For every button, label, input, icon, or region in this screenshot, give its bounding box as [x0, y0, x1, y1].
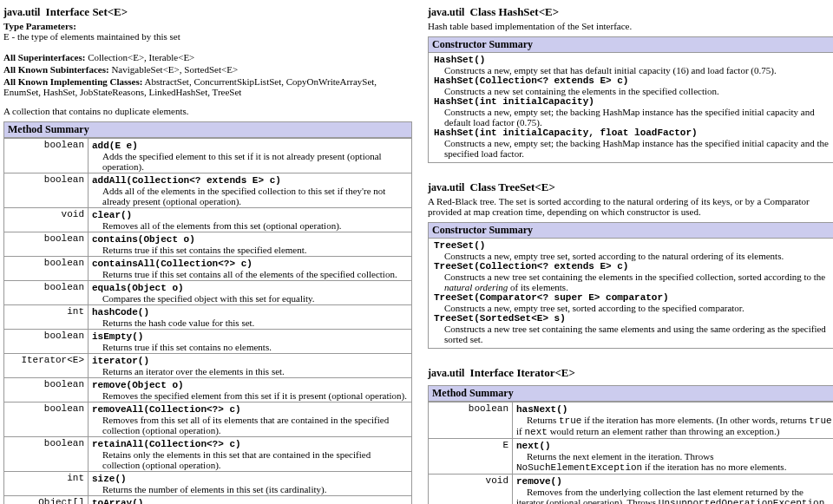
type-params: Type Parameters: E - the type of element…	[3, 21, 412, 42]
ret-type: int	[4, 472, 89, 496]
method-cell: containsAll(Collection<?> c)Returns true…	[89, 257, 412, 281]
hashset-constructors: HashSet()Constructs a new, empty set tha…	[428, 53, 833, 163]
treeset-name: TreeSet<E>	[498, 180, 555, 193]
right-column: java.util Class HashSet<E> Hash table ba…	[428, 3, 833, 504]
table-row: booleanisEmpty()Returns true if this set…	[4, 330, 412, 354]
table-row: booleanremoveAll(Collection<?> c)Removes…	[4, 403, 412, 437]
sub-label: All Known Subinterfaces:	[3, 64, 109, 75]
method-cell: retainAll(Collection<?> c)Retains only t…	[89, 437, 412, 472]
table-row: boolean hasNext() Returns true if the it…	[429, 403, 834, 439]
hs-c1-sig: HashSet(Collection<? extends E> c)	[434, 75, 830, 86]
ts-c2-sig: TreeSet(Comparator<? super E> comparator…	[434, 292, 830, 303]
hs-c2-sig: HashSet(int initialCapacity)	[434, 96, 830, 107]
table-row: Iterator<E>iterator()Returns an iterator…	[4, 354, 412, 378]
set-kind: Interface	[46, 5, 90, 18]
hashset-title: java.util Class HashSet<E>	[428, 5, 833, 19]
page-layout: java.util Interface Set<E> Type Paramete…	[3, 3, 833, 504]
method-cell: hashCode()Returns the hash code value fo…	[89, 305, 412, 330]
ret-type: E	[429, 439, 513, 475]
table-row: booleancontainsAll(Collection<?> c)Retur…	[4, 257, 412, 281]
treeset-pkg: java.util	[428, 181, 464, 193]
hs-c2-desc: Constructs a new, empty set; the backing…	[444, 107, 830, 128]
iterator-pkg: java.util	[428, 367, 464, 379]
ret-type: boolean	[4, 378, 89, 403]
hashset-name: HashSet<E>	[498, 5, 559, 18]
set-title: java.util Interface Set<E>	[3, 5, 412, 19]
ts-c1-desc: Constructs a new tree set containing the…	[444, 272, 830, 292]
table-row: booleancontains(Object o)Returns true if…	[4, 232, 412, 257]
table-row: E next() Returns the next element in the…	[429, 439, 834, 475]
table-row: booleanadd(E e)Adds the specified elemen…	[4, 139, 412, 173]
sub-val: NavigableSet<E>, SortedSet<E>	[111, 64, 238, 75]
set-desc: A collection that contains no duplicate …	[3, 106, 412, 116]
treeset-constructors: TreeSet() Constructs a new, empty tree s…	[428, 239, 833, 349]
super-label: All Superinterfaces:	[3, 52, 85, 62]
table-row: booleanaddAll(Collection<? extends E> c)…	[4, 173, 412, 208]
hs-c0-sig: HashSet()	[434, 55, 830, 65]
treeset-desc: A Red-Black tree. The set is sorted acco…	[428, 196, 833, 217]
set-pkg: java.util	[3, 6, 40, 18]
ret-type: boolean	[429, 403, 513, 439]
set-method-table: booleanadd(E e)Adds the specified elemen…	[3, 138, 412, 504]
iterator-name: Iterator<E>	[516, 366, 575, 379]
table-row: Object[]toArray()Returns an array contai…	[4, 496, 412, 505]
ret-type: boolean	[4, 281, 89, 305]
ret-type: boolean	[4, 330, 89, 354]
hashset-desc: Hash table based implementation of the S…	[428, 21, 833, 31]
table-row: inthashCode()Returns the hash code value…	[4, 305, 412, 330]
table-row: booleanremove(Object o)Removes the speci…	[4, 378, 412, 403]
method-cell: size()Returns the number of elements in …	[89, 472, 412, 496]
iterator-kind: Interface	[470, 366, 515, 379]
impl-classes: All Known Implementing Classes: Abstract…	[3, 76, 412, 97]
iterator-method-table: boolean hasNext() Returns true if the it…	[428, 402, 833, 504]
ret-type: Iterator<E>	[4, 354, 89, 378]
table-row: void remove() Removes from the underlyin…	[429, 475, 834, 505]
ts-c1-sig: TreeSet(Collection<? extends E> c)	[434, 261, 830, 272]
impl-label: All Known Implementing Classes:	[3, 76, 142, 87]
method-cell: addAll(Collection<? extends E> c)Adds al…	[89, 173, 412, 208]
set-name: Set<E>	[92, 5, 128, 18]
hs-c0-desc: Constructs a new, empty set that has def…	[444, 65, 830, 75]
hs-c3-desc: Constructs a new, empty set; the backing…	[444, 138, 830, 159]
superinterfaces: All Superinterfaces: Collection<E>, Iter…	[3, 52, 412, 62]
left-column: java.util Interface Set<E> Type Paramete…	[3, 3, 412, 504]
ret-type: boolean	[4, 437, 89, 472]
table-row: booleanretainAll(Collection<?> c)Retains…	[4, 437, 412, 472]
treeset-title: java.util Class TreeSet<E>	[428, 180, 833, 194]
type-params-label: Type Parameters:	[3, 21, 76, 31]
type-params-val: E - the type of elements maintained by t…	[3, 31, 180, 42]
ts-c3-sig: TreeSet(SortedSet<E> s)	[434, 313, 830, 324]
ret-type: boolean	[4, 257, 89, 281]
hashset-kind: Class	[470, 5, 496, 18]
method-cell: clear()Removes all of the elements from …	[89, 208, 412, 232]
treeset-kind: Class	[470, 180, 496, 193]
method-cell: hasNext() Returns true if the iteration …	[513, 403, 834, 439]
hashset-pkg: java.util	[428, 6, 464, 18]
iterator-title: java.util Interface Iterator<E>	[428, 366, 833, 380]
method-cell: toArray()Returns an array containing all…	[89, 496, 412, 505]
ts-c3-desc: Constructs a new tree set containing the…	[444, 324, 830, 344]
method-cell: removeAll(Collection<?> c)Removes from t…	[89, 403, 412, 437]
hashset-cs-title: Constructor Summary	[428, 36, 833, 53]
ret-type: boolean	[4, 139, 89, 173]
impl-val1: AbstractSet, ConcurrentSkipListSet, Copy…	[145, 76, 377, 87]
hs-c3-sig: HashSet(int initialCapacity, float loadF…	[434, 128, 830, 138]
table-row: booleanequals(Object o)Compares the spec…	[4, 281, 412, 305]
subinterfaces: All Known Subinterfaces: NavigableSet<E>…	[3, 64, 412, 75]
method-cell: remove(Object o)Removes the specified el…	[89, 378, 412, 403]
ret-type: boolean	[4, 232, 89, 257]
table-row: intsize()Returns the number of elements …	[4, 472, 412, 496]
method-cell: iterator()Returns an iterator over the e…	[89, 354, 412, 378]
impl-val2: EnumSet, HashSet, JobStateReasons, Linke…	[3, 87, 241, 97]
table-row: voidclear()Removes all of the elements f…	[4, 208, 412, 232]
super-val: Collection<E>, Iterable<E>	[88, 52, 194, 62]
method-cell: next() Returns the next element in the i…	[513, 439, 834, 475]
method-cell: equals(Object o)Compares the specified o…	[89, 281, 412, 305]
ret-type: void	[4, 208, 89, 232]
ret-type: boolean	[4, 173, 89, 208]
method-cell: remove() Removes from the underlying col…	[513, 475, 834, 505]
ret-type: boolean	[4, 403, 89, 437]
ts-c2-desc: Constructs a new, empty tree set, sorted…	[444, 303, 830, 313]
ts-c0-sig: TreeSet()	[434, 240, 830, 251]
ts-c0-desc: Constructs a new, empty tree set, sorted…	[444, 251, 830, 261]
